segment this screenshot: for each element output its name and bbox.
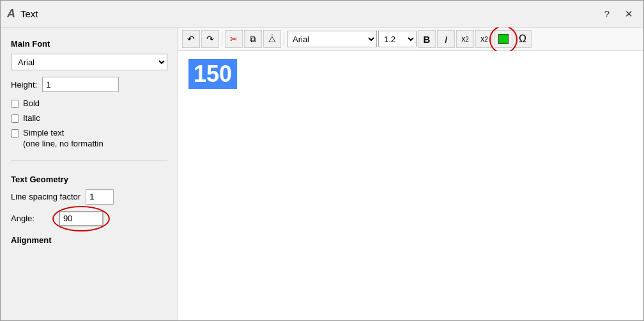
color-button[interactable] — [494, 30, 512, 48]
angle-label: Angle: — [11, 214, 34, 223]
line-spacing-input[interactable] — [86, 189, 114, 205]
height-label: Height: — [11, 80, 37, 90]
title-icon: A — [7, 7, 15, 20]
main-font-label: Main Font — [11, 39, 167, 49]
copy-button[interactable]: ⧉ — [244, 30, 262, 48]
separator-1 — [222, 33, 222, 45]
subscript-button[interactable]: x2 — [475, 30, 493, 48]
paste-button[interactable]: ⧊ — [263, 30, 281, 48]
redo-button[interactable]: ↷ — [201, 30, 219, 48]
dialog-window: A Text ? ✕ Main Font Arial Times New Rom… — [0, 0, 644, 321]
alignment-label: Alignment — [11, 235, 167, 245]
separator-2 — [284, 33, 284, 45]
superscript-button[interactable]: x2 — [456, 30, 474, 48]
undo-button[interactable]: ↶ — [182, 30, 200, 48]
italic-label: Italic — [23, 113, 40, 124]
line-spacing-row: Line spacing factor — [11, 189, 167, 205]
bold-button[interactable]: B — [418, 30, 436, 48]
angle-input-wrapper — [59, 211, 103, 226]
bold-label: Bold — [23, 98, 40, 109]
italic-row: Italic — [11, 113, 167, 124]
color-square — [498, 34, 509, 44]
height-input[interactable] — [42, 77, 119, 92]
simple-text-label: Simple text (one line, no formattin — [23, 128, 103, 150]
angle-row: Angle: — [11, 211, 167, 226]
color-button-wrapper — [494, 30, 512, 48]
bold-checkbox[interactable] — [11, 100, 19, 108]
toolbar-size-select[interactable]: 1.2 2.0 3.0 — [378, 31, 417, 47]
left-panel: Main Font Arial Times New Roman Courier … — [1, 27, 178, 320]
cut-button[interactable]: ✂ — [225, 30, 243, 48]
height-row: Height: — [11, 77, 167, 92]
divider — [11, 160, 167, 160]
line-spacing-label: Line spacing factor — [11, 192, 80, 201]
geometry-section: Text Geometry Line spacing factor Angle: — [11, 172, 167, 233]
bold-row: Bold — [11, 98, 167, 109]
title-text: Text — [20, 8, 601, 19]
close-button[interactable]: ✕ — [621, 7, 637, 21]
text-geometry-label: Text Geometry — [11, 175, 167, 184]
special-char-button[interactable]: Ω — [514, 30, 532, 48]
font-select[interactable]: Arial Times New Roman Courier New — [11, 54, 167, 70]
simple-text-row: Simple text (one line, no formattin — [11, 128, 167, 150]
help-button[interactable]: ? — [601, 7, 613, 20]
font-select-row: Arial Times New Roman Courier New — [11, 54, 167, 70]
editor-area[interactable]: 150 — [178, 51, 643, 320]
angle-input[interactable] — [59, 211, 103, 226]
simple-text-checkbox[interactable] — [11, 129, 19, 137]
editor-text[interactable]: 150 — [188, 59, 237, 89]
italic-checkbox[interactable] — [11, 114, 19, 123]
toolbar: ↶ ↷ ✂ ⧉ ⧊ Arial Times New Roman Courier … — [178, 27, 643, 51]
toolbar-font-select[interactable]: Arial Times New Roman Courier New — [287, 31, 377, 47]
italic-button[interactable]: I — [437, 30, 455, 48]
title-bar: A Text ? ✕ — [1, 1, 643, 27]
main-content: Main Font Arial Times New Roman Courier … — [1, 27, 643, 320]
title-controls: ? ✕ — [601, 7, 637, 21]
right-panel: ↶ ↷ ✂ ⧉ ⧊ Arial Times New Roman Courier … — [178, 27, 643, 320]
